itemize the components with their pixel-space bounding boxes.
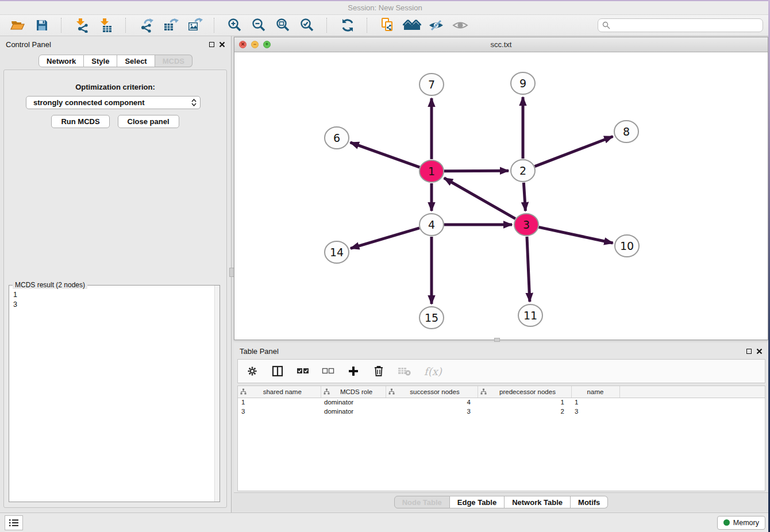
graph-node-label: 8 bbox=[623, 125, 630, 138]
graph-node-label: 3 bbox=[523, 218, 530, 231]
graph-edge-1-2[interactable] bbox=[444, 171, 509, 171]
column-header-name[interactable]: name bbox=[571, 386, 619, 398]
tab-mcds[interactable]: MCDS bbox=[155, 55, 192, 67]
criterion-select[interactable]: strongly connected component bbox=[26, 96, 201, 109]
zoom-fit-icon[interactable] bbox=[271, 16, 295, 34]
show-panel-icon[interactable] bbox=[448, 16, 472, 34]
function-builder-icon: f(x) bbox=[424, 363, 442, 380]
task-history-button[interactable] bbox=[5, 515, 23, 530]
memory-status-icon bbox=[723, 519, 730, 526]
column-header-filler bbox=[619, 386, 765, 398]
main-toolbar bbox=[0, 15, 770, 36]
zoom-selected-icon[interactable] bbox=[295, 16, 319, 34]
export-network-icon[interactable] bbox=[134, 16, 159, 34]
graph-node-label: 10 bbox=[620, 240, 634, 252]
table-panel-header: Table Panel bbox=[234, 343, 768, 359]
tab-edge-table[interactable]: Edge Table bbox=[450, 496, 505, 508]
table-cell[interactable]: dominator bbox=[321, 407, 386, 416]
destroy-table-icon bbox=[398, 363, 411, 380]
window-titlebar: Session: New Session bbox=[0, 0, 770, 15]
table-cell[interactable]: 1 bbox=[238, 398, 321, 407]
horizontal-splitter-grip[interactable] bbox=[494, 338, 500, 342]
zoom-out-icon[interactable] bbox=[247, 16, 271, 34]
refresh-icon[interactable] bbox=[336, 16, 360, 34]
search-input[interactable] bbox=[598, 18, 763, 32]
control-panel-header: Control Panel bbox=[0, 36, 231, 52]
table-cell[interactable]: 3 bbox=[571, 407, 619, 416]
tab-network-table[interactable]: Network Table bbox=[505, 496, 571, 508]
graph-node-label: 4 bbox=[428, 218, 435, 231]
graph-edge-2-8[interactable] bbox=[535, 136, 613, 166]
delete-column-icon[interactable] bbox=[372, 363, 385, 380]
graph-node-label: 15 bbox=[425, 311, 438, 324]
copy-view-icon[interactable] bbox=[376, 16, 400, 34]
table-settings-icon[interactable] bbox=[246, 363, 259, 380]
table-cell[interactable]: 4 bbox=[386, 398, 478, 407]
memory-button[interactable]: Memory bbox=[717, 516, 765, 530]
network-window-titlebar: scc.txt ✕ − + bbox=[234, 37, 768, 52]
toolbar-separator bbox=[214, 18, 222, 33]
run-mcds-button[interactable]: Run MCDS bbox=[51, 115, 109, 128]
result-scrollbar[interactable] bbox=[214, 286, 220, 502]
graph-node-label: 7 bbox=[428, 78, 435, 91]
home-icon[interactable] bbox=[400, 16, 424, 34]
graph-node-label: 11 bbox=[523, 309, 537, 322]
open-session-icon[interactable] bbox=[6, 16, 30, 34]
add-column-icon[interactable] bbox=[347, 363, 360, 380]
graph-edge-3-11[interactable] bbox=[527, 237, 530, 302]
tab-node-table[interactable]: Node Table bbox=[394, 496, 450, 508]
column-header-predecessor-nodes[interactable]: predecessor nodes bbox=[478, 386, 571, 398]
toolbar-separator bbox=[125, 18, 133, 33]
column-view-icon[interactable] bbox=[271, 363, 284, 380]
graph-edge-4-14[interactable] bbox=[351, 228, 419, 248]
deselect-all-icon[interactable] bbox=[322, 363, 334, 380]
graph-edge-3-1[interactable] bbox=[444, 178, 515, 219]
mcds-result-line: 3 bbox=[13, 300, 217, 310]
mcds-result-line: 1 bbox=[13, 290, 217, 300]
table-cell[interactable]: dominator bbox=[321, 398, 386, 407]
export-image-icon[interactable] bbox=[183, 16, 207, 34]
save-session-icon[interactable] bbox=[30, 16, 54, 34]
graph-node-label: 2 bbox=[519, 164, 526, 177]
network-canvas[interactable]: 7968124314101511 bbox=[234, 52, 768, 340]
column-header-shared-name[interactable]: shared name bbox=[238, 386, 321, 398]
close-table-panel-icon[interactable] bbox=[756, 348, 763, 354]
table-cell[interactable]: 1 bbox=[571, 398, 619, 407]
close-panel-icon[interactable] bbox=[219, 41, 225, 48]
tab-network[interactable]: Network bbox=[38, 55, 84, 67]
select-all-icon[interactable] bbox=[297, 363, 309, 380]
table-cell[interactable]: 3 bbox=[386, 407, 478, 416]
window-title: Session: New Session bbox=[348, 3, 422, 12]
import-network-icon[interactable] bbox=[70, 16, 94, 34]
control-panel-tabs: Network Style Select MCDS bbox=[0, 55, 231, 67]
network-view-window: scc.txt ✕ − + 7968124314101511 bbox=[234, 37, 768, 340]
tab-style[interactable]: Style bbox=[84, 55, 117, 67]
float-panel-icon[interactable] bbox=[209, 42, 214, 47]
control-panel-title: Control Panel bbox=[6, 40, 51, 49]
import-table-icon[interactable] bbox=[94, 16, 118, 34]
zoom-in-icon[interactable] bbox=[223, 16, 247, 34]
column-type-icon bbox=[324, 388, 330, 395]
table-cell[interactable]: 3 bbox=[238, 407, 321, 416]
table-row[interactable]: 3dominator323 bbox=[238, 407, 765, 416]
close-panel-button[interactable]: Close panel bbox=[118, 115, 179, 128]
tab-motifs[interactable]: Motifs bbox=[571, 496, 608, 508]
toolbar-separator bbox=[61, 18, 69, 33]
export-table-icon[interactable] bbox=[159, 16, 183, 34]
hide-panel-icon[interactable] bbox=[424, 16, 448, 34]
network-window-title: scc.txt bbox=[234, 40, 768, 49]
float-table-panel-icon[interactable] bbox=[746, 349, 752, 354]
table-panel-title: Table Panel bbox=[240, 347, 279, 356]
status-bar: Memory bbox=[0, 512, 770, 532]
column-type-icon bbox=[388, 388, 395, 395]
graph-edge-3-10[interactable] bbox=[539, 227, 613, 243]
graph-edge-2-3[interactable] bbox=[523, 183, 525, 211]
column-header-mcds-role[interactable]: MCDS role bbox=[321, 386, 386, 398]
graph-edge-1-6[interactable] bbox=[351, 142, 420, 167]
table-cell[interactable]: 1 bbox=[478, 398, 571, 407]
graph-node-label: 1 bbox=[428, 165, 435, 178]
table-row[interactable]: 1dominator411 bbox=[238, 398, 765, 407]
tab-select[interactable]: Select bbox=[117, 55, 155, 67]
table-cell[interactable]: 2 bbox=[478, 407, 571, 416]
column-header-successor-nodes[interactable]: successor nodes bbox=[386, 386, 478, 398]
